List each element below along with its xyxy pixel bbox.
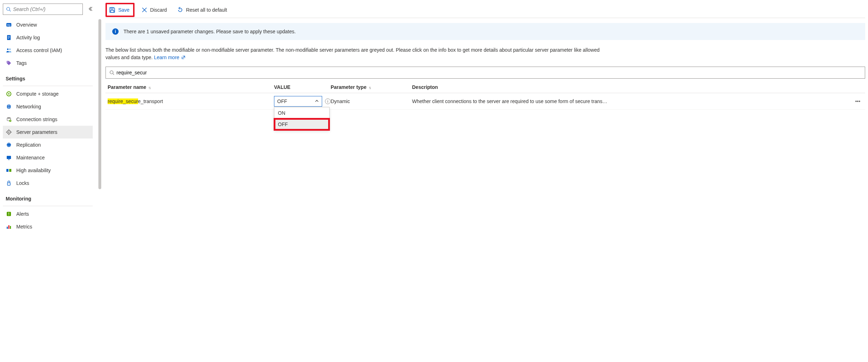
param-name-cell: require_secure_transport	[108, 98, 193, 104]
save-button[interactable]: Save	[105, 3, 135, 17]
svg-point-8	[7, 49, 8, 50]
globe2-icon	[6, 142, 12, 148]
nav-activity-log[interactable]: Activity log	[3, 31, 93, 44]
unsaved-changes-banner: i There are 1 unsaved parameter changes.…	[105, 23, 865, 40]
nav-label: Access control (IAM)	[16, 47, 62, 53]
external-link-icon	[181, 54, 185, 62]
log-icon	[6, 34, 12, 41]
nav-tags[interactable]: Tags	[3, 57, 93, 69]
svg-point-0	[7, 7, 10, 11]
toolbar-divider	[105, 18, 865, 18]
nav-replication[interactable]: Replication	[3, 138, 93, 151]
nav-label: Alerts	[16, 211, 29, 217]
col-desc[interactable]: Descripton	[412, 84, 852, 90]
col-type[interactable]: Parameter type↑↓	[331, 84, 412, 90]
param-info-icon[interactable]: i	[325, 98, 331, 104]
option-off[interactable]: OFF	[274, 119, 329, 130]
nav-label: Replication	[16, 142, 41, 148]
value-dropdown: ON OFF	[274, 107, 330, 130]
selected-value: OFF	[277, 98, 287, 104]
nav-label: Networking	[16, 104, 41, 109]
nav-label: Activity log	[16, 35, 40, 40]
nav-compute-storage[interactable]: Compute + storage	[3, 87, 93, 100]
svg-rect-28	[6, 169, 8, 172]
main-content: Save Discard Reset all to default i Ther…	[96, 0, 868, 362]
sidebar-search[interactable]	[3, 4, 83, 15]
sort-icon: ↑↓	[369, 85, 370, 90]
svg-point-10	[7, 62, 8, 62]
svg-line-1	[10, 10, 11, 12]
svg-point-25	[7, 143, 11, 147]
nav-locks[interactable]: Locks	[3, 177, 93, 190]
search-icon	[109, 70, 114, 75]
svg-rect-37	[111, 10, 114, 12]
nav-overview[interactable]: My Overview	[3, 18, 93, 31]
parameter-filter-input[interactable]	[116, 70, 861, 75]
nav-networking[interactable]: Networking	[3, 100, 93, 113]
toolbar: Save Discard Reset all to default	[105, 2, 865, 18]
discard-button[interactable]: Discard	[138, 6, 170, 14]
divider	[3, 86, 93, 86]
nav-server-parameters[interactable]: Server parameters	[3, 126, 93, 138]
nav-label: Metrics	[16, 224, 32, 230]
globe-icon	[6, 103, 12, 110]
svg-point-16	[7, 117, 11, 119]
discard-label: Discard	[150, 7, 167, 13]
database-icon: My	[6, 22, 12, 28]
nav-metrics[interactable]: Metrics	[3, 220, 93, 233]
nav-label: Compute + storage	[16, 91, 58, 97]
row-more-button[interactable]: •••	[852, 98, 863, 104]
search-icon	[6, 7, 11, 12]
lock-icon	[6, 180, 12, 186]
svg-rect-7	[8, 38, 9, 39]
connection-icon	[6, 116, 12, 123]
svg-rect-35	[10, 226, 11, 229]
gear-icon	[6, 129, 12, 135]
sidebar-collapse-icon[interactable]	[88, 6, 93, 12]
info-icon: i	[112, 28, 119, 35]
table-header: Parameter name↑↓ VALUE Parameter type↑↓ …	[105, 81, 865, 93]
param-desc-cell: Whether client connections to the server…	[412, 98, 852, 104]
maintenance-icon	[6, 154, 12, 161]
save-label: Save	[118, 7, 130, 13]
learn-more-link[interactable]: Learn more	[154, 55, 179, 60]
svg-point-12	[8, 93, 10, 95]
option-on[interactable]: ON	[274, 107, 329, 119]
svg-rect-36	[111, 7, 113, 9]
nav-maintenance[interactable]: Maintenance	[3, 151, 93, 164]
svg-point-9	[9, 49, 11, 50]
reset-label: Reset all to default	[186, 7, 227, 13]
svg-rect-29	[9, 169, 11, 172]
divider	[3, 206, 93, 206]
ha-icon	[6, 167, 12, 174]
info-text: There are 1 unsaved parameter changes. P…	[124, 29, 296, 34]
svg-rect-5	[8, 36, 10, 36]
nav-label: Overview	[16, 22, 37, 28]
nav-label: Locks	[16, 180, 29, 186]
nav-alerts[interactable]: ! Alerts	[3, 208, 93, 220]
chevron-up-icon	[315, 98, 319, 104]
alert-icon: !	[6, 211, 12, 217]
sort-icon: ↑↓	[148, 85, 150, 90]
sidebar-search-input[interactable]	[13, 6, 80, 12]
reset-button[interactable]: Reset all to default	[174, 6, 230, 14]
people-icon	[6, 47, 12, 53]
nav-high-availability[interactable]: High availability	[3, 164, 93, 177]
close-icon	[142, 7, 147, 13]
compute-icon	[6, 91, 12, 97]
nav-label: High availability	[16, 168, 51, 173]
nav-connection-strings[interactable]: Connection strings	[3, 113, 93, 126]
nav-access-control[interactable]: Access control (IAM)	[3, 44, 93, 57]
page-description: The below list shows both the modifiable…	[105, 46, 612, 62]
section-monitoring-header: Monitoring	[3, 190, 93, 204]
parameter-filter[interactable]	[105, 67, 865, 79]
value-select[interactable]: OFF ON OFF	[274, 96, 322, 107]
metrics-icon	[6, 224, 12, 230]
col-value[interactable]: VALUE	[274, 84, 331, 90]
table-row: require_secure_transport OFF ON OFF i Dy…	[105, 93, 865, 110]
svg-point-40	[110, 71, 113, 74]
section-settings-header: Settings	[3, 69, 93, 84]
svg-rect-34	[8, 225, 10, 229]
svg-rect-6	[8, 37, 10, 38]
col-name[interactable]: Parameter name↑↓	[108, 84, 193, 90]
